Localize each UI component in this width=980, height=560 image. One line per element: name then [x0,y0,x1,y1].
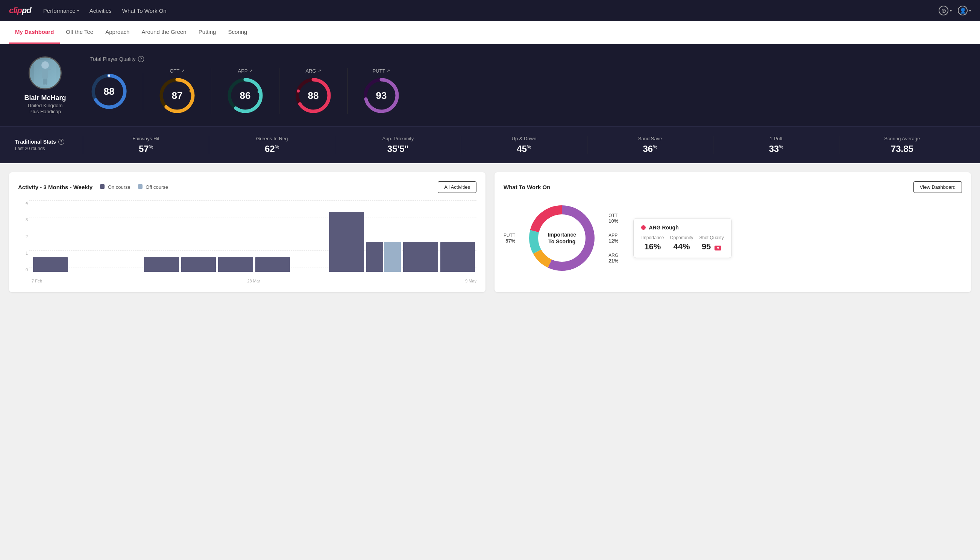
avatar [28,57,62,90]
svg-point-12 [190,90,193,93]
score-total-value: 88 [104,85,115,97]
svg-point-9 [108,74,111,77]
ott-label: OTT ↗ [170,68,185,74]
activity-panel-header: Activity - 3 Months - Weekly On course O… [18,181,476,193]
activity-header-left: Activity - 3 Months - Weekly On course O… [18,184,168,190]
donut-labels-right: OTT 10% APP 12% ARG 21% [609,213,618,263]
bar-oncourse-11 [440,242,475,272]
score-arg-value: 88 [308,90,319,102]
bar-group-9 [366,242,401,272]
bar-oncourse-5 [218,257,253,272]
tab-my-dashboard[interactable]: My Dashboard [9,21,60,43]
bar-group-1 [70,271,105,272]
player-handicap: Plus Handicap [29,109,61,114]
offcourse-dot [138,184,143,189]
donut-arg: 88 [294,77,332,114]
score-ott: OTT ↗ 87 [143,68,211,114]
stat-fairways-hit: Fairways Hit 57% [83,136,209,154]
tab-putting[interactable]: Putting [193,21,222,43]
player-info: Blair McHarg United Kingdom Plus Handica… [15,57,75,114]
tab-around-the-green[interactable]: Around the Green [135,21,192,43]
score-putt-value: 93 [376,90,387,102]
down-arrow-icon: ▼ [714,246,721,250]
stats-help-icon[interactable]: ? [58,139,64,145]
oncourse-dot [100,184,105,189]
bar-oncourse-6 [255,257,290,272]
user-menu[interactable]: 👤 ▾ [958,6,971,15]
what-to-work-on-panel: What To Work On View Dashboard PUTT 57% [494,172,971,292]
wtwo-donut: Importance To Scoring [524,200,599,276]
user-chevron: ▾ [969,8,971,13]
tabs-bar: My Dashboard Off the Tee Approach Around… [0,21,980,44]
donut-app: 86 [226,77,264,114]
traditional-stats-title: Traditional Stats ? [15,139,83,145]
donut-ott: 87 [158,77,196,114]
bar-group-6 [255,257,290,272]
tab-scoring[interactable]: Scoring [222,21,253,43]
legend-offcourse: Off course [138,184,168,190]
arg-arrow: ↗ [318,68,321,73]
bar-group-10 [403,242,438,272]
putt-label-left: PUTT 57% [504,233,515,244]
all-activities-button[interactable]: All Activities [438,181,476,193]
metric-opportunity: Opportunity 44% [670,235,693,252]
stat-1-putt: 1 Putt 33% [713,136,839,154]
putt-arrow: ↗ [387,68,390,73]
activity-panel: Activity - 3 Months - Weekly On course O… [9,172,486,292]
add-button[interactable]: ⊕ ▾ [938,6,952,15]
stat-sand-save: Sand Save 36% [587,136,713,154]
score-cards: 88 OTT ↗ 87 [90,68,965,114]
donut-total: 88 [90,73,128,110]
bar-group-4 [181,257,216,272]
tab-approach[interactable]: Approach [99,21,135,43]
nav-what-to-work-on[interactable]: What To Work On [122,1,166,21]
bar-offcourse-9 [384,242,401,272]
nav-links: Performance ▾ Activities What To Work On [43,1,927,21]
hero-section: Blair McHarg United Kingdom Plus Handica… [0,44,980,127]
bar-group-5 [218,257,253,272]
score-ott-value: 87 [172,90,183,102]
bar-group-7 [292,271,327,272]
add-chevron: ▾ [950,8,952,13]
score-arg: ARG ↗ 88 [280,68,348,114]
bar-oncourse-3 [144,257,179,272]
view-dashboard-button[interactable]: View Dashboard [913,181,962,193]
stats-label: Traditional Stats ? Last 20 rounds [15,139,83,151]
help-icon[interactable]: ? [138,56,144,62]
donut-labels-left: PUTT 57% [504,233,515,244]
chart-area: 4 3 2 1 0 7 Feb 28 Mar 9 May [18,200,476,283]
score-putt: PUTT ↗ 93 [348,68,415,114]
stats-subtitle: Last 20 rounds [15,146,83,151]
stat-app-proximity: App. Proximity 35'5" [335,136,461,154]
tab-off-the-tee[interactable]: Off the Tee [60,21,99,43]
bar-oncourse-0 [33,257,68,272]
score-app-value: 86 [240,90,251,102]
svg-point-21 [391,83,394,86]
donut-putt: 93 [363,77,400,114]
score-app: APP ↗ 86 [211,68,280,114]
metric-shot-quality: Shot Quality 95 ▼ [699,235,724,252]
stat-greens-in-reg: Greens In Reg 62% [209,136,335,154]
player-name: Blair McHarg [24,94,66,102]
stat-scoring-avg: Scoring Average 73.85 [839,136,965,154]
total-quality-label: Total Player Quality ? [90,56,965,62]
wtwo-content: PUTT 57% Importance [504,200,962,276]
activity-title: Activity - 3 Months - Weekly [18,184,93,190]
app-label: APP ↗ [238,68,252,74]
scores-section: Total Player Quality ? 88 [90,56,965,114]
nav-right: ⊕ ▾ 👤 ▾ [938,6,971,15]
wtwo-header: What To Work On View Dashboard [504,181,962,193]
logo[interactable]: clippd [9,6,31,15]
stat-up-down: Up & Down 45% [461,136,587,154]
bar-oncourse-9 [366,242,383,272]
info-card-title: ARG Rough [641,225,724,230]
nav-activities[interactable]: Activities [90,1,112,21]
metric-importance: Importance 16% [641,235,664,252]
nav-performance[interactable]: Performance ▾ [43,1,79,21]
player-country: United Kingdom [28,103,63,108]
wtwo-title: What To Work On [504,184,550,190]
bar-group-8 [329,212,364,272]
bar-group-3 [144,257,179,272]
panels-section: Activity - 3 Months - Weekly On course O… [0,163,980,301]
bar-oncourse-8 [329,212,364,272]
